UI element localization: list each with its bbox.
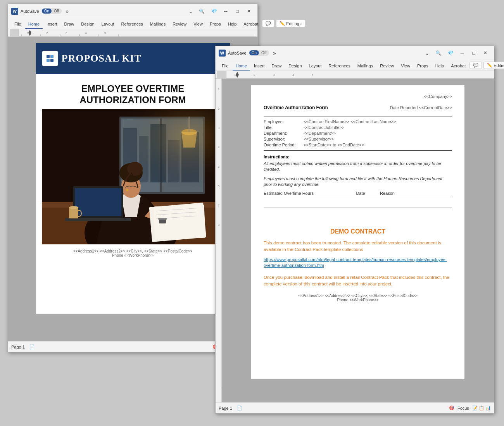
chevron-back[interactable]: » [64,7,70,15]
footer-phone-text: Phone <<WorkPhone>> [264,298,452,302]
field-value-employee: <<ContractFirstName>> <<ContractLastName… [304,119,396,124]
tab-file-front[interactable]: File [219,62,232,70]
tab-props-back[interactable]: Props [207,20,224,29]
field-label-title: Title: [264,125,300,130]
chevron-front[interactable]: » [271,49,278,57]
maximize-btn-front[interactable]: □ [468,49,479,57]
tab-review-back[interactable]: Review [169,20,190,29]
demo-text1: This demo contract has been truncated. T… [264,240,452,253]
svg-marker-13 [28,33,31,36]
v-ruler-front: 1 2 3 4 5 6 7 8 [216,79,222,402]
tab-mail-front[interactable]: Mailings [354,62,376,70]
expand-front[interactable]: ⌄ [423,49,431,57]
field-label-period: Overtime Period: [264,143,300,147]
tab-help-front[interactable]: Help [432,62,447,70]
doc-content-area-front: <<Company>> Overtime Authorization Form … [222,79,494,402]
demo-title: DEMO CONTRACT [264,228,452,235]
table-row-1 [264,197,452,208]
autosave-toggle-back[interactable]: On Off [41,8,62,14]
ribbon-icon-back[interactable]: 💎 [209,7,219,15]
word-window-front: W AutoSave On Off » ⌄ 🔍 💎 ─ □ ✕ File Hom… [215,46,494,414]
tab-draw-front[interactable]: Draw [269,62,285,70]
svg-text:5: 5 [104,31,106,35]
instructions-text2: Employees must complete the following fo… [264,176,452,188]
maximize-btn-back[interactable]: □ [232,7,243,15]
toggle-off-back[interactable]: Off [52,9,61,14]
tab-ref-front[interactable]: References [326,62,354,70]
instructions-title: Instructions: [264,155,452,159]
autosave-label-front: AutoSave [228,51,247,55]
cover-logo-text: Proposal Kit [62,53,142,64]
tab-layout-front[interactable]: Layout [306,62,325,70]
close-btn-back[interactable]: ✕ [243,7,254,15]
comment-btn-front[interactable]: 💬 [469,62,482,69]
search-icon-front[interactable]: 🔍 [433,48,443,58]
tab-insert-front[interactable]: Insert [251,62,268,70]
tab-acrobat-front[interactable]: Acrobat [448,62,469,70]
word-icon-back: W [11,8,18,15]
tab-review-front[interactable]: Review [377,62,397,70]
editing-btn-back[interactable]: ✏️ Editing › [276,20,305,27]
tab-ref-back[interactable]: References [118,20,146,29]
tab-acrobat-back[interactable]: Acrobat [240,20,261,29]
table-header: Estimated Overtime Hours Date Reason [264,191,452,197]
svg-text:5: 5 [217,165,219,168]
page-label-front: Page 1 [219,406,232,411]
titlebar-back: W AutoSave On Off » ⌄ 🔍 💎 ─ □ ✕ [8,4,257,18]
field-label-employee: Employee: [264,119,300,124]
svg-text:6: 6 [217,184,219,188]
field-label-supervisor: Supervisor: [264,137,300,141]
field-value-supervisor: <<Supervisor>> [304,137,334,141]
demo-text2: Once you purchase, download and install … [264,274,452,288]
divider-1 [264,117,452,117]
svg-text:3: 3 [217,126,219,130]
tab-layout-back[interactable]: Layout [98,20,117,29]
tab-home-front[interactable]: Home [233,62,250,70]
ribbon-icon-front[interactable]: 💎 [445,49,456,57]
svg-text:7: 7 [217,204,219,207]
svg-text:3: 3 [273,73,275,77]
cover-footer-address: <<Address1>> <<Address2>> <<City>>, <<St… [39,249,227,253]
autosave-toggle-front[interactable]: On Off [249,50,269,56]
logo-sq-3 [47,59,50,62]
cover-page: Proposal Kit Employee Overtime Authoriza… [36,43,230,314]
toggle-off-front[interactable]: Off [259,50,269,55]
tab-file-back[interactable]: File [11,20,24,29]
editing-label-front: Editing [494,63,504,68]
demo-link[interactable]: https://www.proposalkit.com/htm/legal-co… [264,257,452,269]
close-btn-front[interactable]: ✕ [480,49,491,57]
cover-header: Proposal Kit [36,43,230,74]
footer-address-text: <<Address1>> <<Address2>> <<City>>, <<St… [264,294,452,298]
view-icons-front: 📝 📋 📊 [472,405,491,411]
svg-marker-12 [28,30,31,33]
tab-props-front[interactable]: Props [414,62,432,70]
svg-text:4: 4 [292,73,294,77]
svg-text:4: 4 [85,31,87,35]
field-title: Title: <<ContractJobTitle>> [264,125,452,130]
comment-btn-back[interactable]: 💬 [262,20,274,27]
tab-design-back[interactable]: Design [78,20,97,29]
words-icon-front: 📄 [237,405,242,411]
tab-view-front[interactable]: View [398,62,413,70]
company-field: <<Company>> [264,94,452,99]
tab-view-back[interactable]: View [190,20,206,29]
search-icon-back[interactable]: 🔍 [197,7,206,16]
field-value-title: <<ContractJobTitle>> [304,125,344,130]
cover-footer-phone: Phone <<WorkPhone>> [39,253,227,258]
tab-home-back[interactable]: Home [25,20,43,29]
tab-mail-back[interactable]: Mailings [147,20,169,29]
expand-back[interactable]: ⌄ [187,7,195,15]
editing-btn-front[interactable]: ✏️ Editing › [483,62,504,69]
autosave-label-back: AutoSave [21,9,39,14]
minimize-btn-back[interactable]: ─ [220,7,231,15]
minimize-btn-front[interactable]: ─ [457,49,468,57]
tab-draw-back[interactable]: Draw [61,20,78,29]
svg-text:1: 1 [217,88,219,91]
svg-marker-55 [236,75,239,78]
tab-help-back[interactable]: Help [225,20,240,29]
field-supervisor: Supervisor: <<Supervisor>> [264,137,452,141]
cover-footer: <<Address1>> <<Address2>> <<City>>, <<St… [36,244,230,262]
tab-design-front[interactable]: Design [285,62,305,70]
focus-label-front: Focus [457,406,469,411]
tab-insert-back[interactable]: Insert [43,20,60,29]
